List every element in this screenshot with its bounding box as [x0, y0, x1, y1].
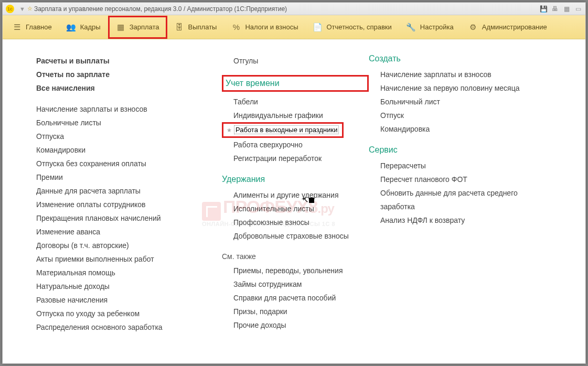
nav-link[interactable]: Все начисления [36, 81, 222, 95]
nav-link[interactable]: Командировка [369, 122, 547, 136]
tab-main[interactable]: ☰ Главное [5, 15, 59, 39]
percent-icon: % [231, 23, 241, 32]
window-title: Зарплата и управление персоналом, редакц… [34, 5, 287, 13]
tab-admin[interactable]: ⚙ Администрирование [461, 15, 554, 39]
column-right: Создать Начисление зарплаты и взносов На… [369, 54, 547, 334]
nav-link[interactable]: Расчеты и выплаты [36, 54, 222, 68]
calculator-icon: ▦ [116, 23, 125, 32]
document-icon: 📄 [313, 23, 323, 32]
nav-link[interactable]: Распределения основного заработка [36, 320, 222, 334]
tab-label: Главное [26, 23, 52, 31]
section-heading-deductions[interactable]: Удержания [222, 175, 369, 184]
print-icon[interactable]: 🖶 [551, 5, 559, 13]
nav-link[interactable]: Займы сотрудникам [222, 277, 369, 291]
nav-link[interactable]: Больничные листы [36, 116, 222, 130]
nav-link[interactable]: Перерасчеты [369, 159, 547, 173]
section-heading-create[interactable]: Создать [369, 54, 547, 63]
tab-label: Администрирование [482, 23, 547, 31]
tab-label: Зарплата [130, 23, 159, 31]
nav-link[interactable]: Натуральные доходы [36, 279, 222, 293]
nav-link[interactable]: Изменение оплаты сотрудников [36, 198, 222, 211]
nav-link[interactable]: Договоры (в т.ч. авторские) [36, 239, 222, 252]
nav-link[interactable]: Работа сверхурочно [222, 138, 369, 152]
nav-link-selected[interactable]: Работа в выходные и праздники [234, 125, 339, 134]
highlight-box: ★Работа в выходные и праздники [222, 122, 344, 138]
nav-link[interactable]: Командировки [36, 143, 222, 157]
tab-reports[interactable]: 📄 Отчетность, справки [306, 15, 399, 39]
app-logo-icon: 1c [6, 5, 14, 13]
tab-salary[interactable]: ▦ Зарплата [108, 16, 167, 39]
gear-icon: ⚙ [468, 23, 478, 32]
nav-link[interactable]: Изменение аванса [36, 225, 222, 239]
main-toolbar: ☰ Главное 👥 Кадры ▦ Зарплата 🗄 Выплаты %… [3, 15, 585, 39]
column-middle: Отгулы Учет времени Табели Индивидуальны… [222, 54, 369, 334]
nav-link[interactable]: Анализ НДФЛ к возврату [369, 213, 547, 227]
nav-link[interactable]: Исполнительные листы [222, 202, 369, 216]
tab-payments[interactable]: 🗄 Выплаты [167, 15, 224, 39]
nav-link[interactable]: Начисление зарплаты и взносов [36, 102, 222, 116]
nav-link[interactable]: Отпуска [36, 130, 222, 143]
titlebar: 1c ▼ ☆ Зарплата и управление персоналом,… [3, 3, 585, 15]
section-heading-time[interactable]: Учет времени [226, 79, 357, 88]
dropdown-icon[interactable]: ▼ [19, 6, 25, 12]
nav-link[interactable]: Призы, подарки [222, 305, 369, 318]
nav-link[interactable]: Отпуск [369, 109, 547, 122]
tab-label: Настройка [420, 23, 454, 31]
tab-taxes[interactable]: % Налоги и взносы [224, 15, 305, 39]
people-icon: 👥 [67, 23, 76, 32]
tab-label: Отчетность, справки [327, 23, 392, 31]
nav-link[interactable]: Профсоюзные взносы [222, 216, 369, 229]
section-heading-service[interactable]: Сервис [369, 145, 547, 155]
nav-link[interactable]: Данные для расчета зарплаты [36, 184, 222, 198]
star-icon: ★ [227, 127, 232, 133]
section-heading-seealso: См. также [222, 252, 369, 261]
menu-icon: ☰ [12, 23, 22, 32]
nav-link[interactable]: Разовые начисления [36, 293, 222, 307]
nav-link[interactable]: Начисление за первую половину месяца [369, 81, 547, 95]
nav-link[interactable]: Алименты и другие удержания [222, 188, 369, 202]
nav-link[interactable]: Акты приемки выполненных работ [36, 252, 222, 266]
tab-label: Налоги и взносы [245, 23, 298, 31]
wallet-icon: 🗄 [175, 23, 184, 32]
tab-personnel[interactable]: 👥 Кадры [59, 15, 108, 39]
save-icon[interactable]: 💾 [539, 5, 548, 13]
nav-link[interactable]: Материальная помощь [36, 266, 222, 279]
nav-link[interactable]: Отпуска без сохранения оплаты [36, 157, 222, 170]
calc-icon[interactable]: ▦ [562, 5, 571, 13]
minimize-icon[interactable]: ▭ [574, 5, 582, 13]
nav-link[interactable]: Премии [36, 170, 222, 184]
tab-settings[interactable]: 🔧 Настройка [399, 15, 461, 39]
nav-link[interactable]: Отгулы [222, 54, 369, 68]
favorite-icon[interactable]: ☆ [27, 5, 33, 12]
nav-link[interactable]: Пересчет планового ФОТ [369, 173, 547, 186]
highlight-box: Учет времени [222, 75, 369, 92]
nav-link[interactable]: Начисление зарплаты и взносов [369, 68, 547, 81]
nav-link[interactable]: Приемы, переводы, увольнения [222, 264, 369, 277]
wrench-icon: 🔧 [407, 23, 416, 32]
tab-label: Кадры [80, 23, 101, 31]
nav-link[interactable]: Прекращения плановых начислений [36, 211, 222, 225]
tab-label: Выплаты [188, 23, 217, 31]
content-area: ПРОФБУХ8.ру ОНЛАЙН-СЕМИНАРЫ И ВИДЕОКУРСЫ… [3, 39, 585, 363]
nav-link[interactable]: Отчеты по зарплате [36, 68, 222, 81]
nav-link[interactable]: Табели [222, 95, 369, 109]
nav-link[interactable]: Добровольные страховые взносы [222, 229, 369, 243]
nav-link[interactable]: Справки для расчета пособий [222, 291, 369, 305]
nav-link[interactable]: Регистрации переработок [222, 152, 369, 165]
nav-link[interactable]: Прочие доходы [222, 318, 369, 332]
nav-link[interactable]: Индивидуальные графики [222, 109, 369, 122]
nav-link[interactable]: Больничный лист [369, 95, 547, 109]
column-left: Расчеты и выплаты Отчеты по зарплате Все… [36, 54, 222, 334]
nav-link[interactable]: Отпуска по уходу за ребенком [36, 307, 222, 320]
nav-link[interactable]: Обновить данные для расчета среднего зар… [369, 186, 547, 213]
